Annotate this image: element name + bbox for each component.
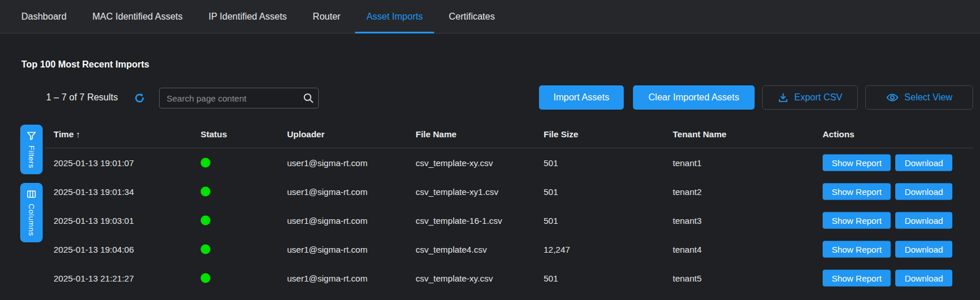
status-success-dot <box>201 187 210 197</box>
import-assets-button[interactable]: Import Assets <box>539 85 624 110</box>
file-size-cell: 501 <box>544 216 558 226</box>
tenant-name-cell: tenant5 <box>673 273 702 283</box>
show-report-button[interactable]: Show Report <box>823 241 891 258</box>
download-button[interactable]: Download <box>895 183 952 200</box>
file-name-cell: csv_template-xy1.csv <box>416 187 498 197</box>
tenant-name-cell: tenant1 <box>673 158 702 168</box>
uploader-cell: user1@sigma-rt.com <box>287 216 367 226</box>
show-report-button[interactable]: Show Report <box>823 270 891 287</box>
table-header-row: Time↑ Status Uploader File Name File Siz… <box>45 121 973 148</box>
show-report-button[interactable]: Show Report <box>823 212 891 229</box>
uploader-cell: user1@sigma-rt.com <box>287 273 367 283</box>
status-success-dot <box>201 158 210 168</box>
columns-tab-label: Columns <box>27 204 36 236</box>
tab-mac-identified-assets[interactable]: MAC Identified Assets <box>81 0 194 33</box>
clear-imported-assets-button[interactable]: Clear Imported Assets <box>633 85 755 110</box>
filters-side-tab[interactable]: Filters <box>20 125 43 174</box>
nav-tabs: Dashboard MAC Identified Assets IP Ident… <box>10 0 509 33</box>
download-button[interactable]: Download <box>895 155 952 171</box>
refresh-icon <box>134 92 145 104</box>
filters-tab-label: Filters <box>27 145 36 168</box>
column-header-actions: Actions <box>823 129 854 139</box>
imports-table: Time↑ Status Uploader File Name File Siz… <box>45 121 973 292</box>
time-cell: 2025-01-13 21:21:27 <box>54 273 134 283</box>
eye-icon <box>886 91 899 104</box>
tab-router[interactable]: Router <box>301 0 352 33</box>
table-row: 2025-01-13 19:01:34 user1@sigma-rt.com c… <box>45 177 973 206</box>
table-row: 2025-01-13 19:04:06 user1@sigma-rt.com c… <box>45 235 973 264</box>
time-cell: 2025-01-13 19:01:07 <box>54 158 134 168</box>
select-view-label: Select View <box>904 92 952 103</box>
sort-ascending-arrow-icon: ↑ <box>76 129 81 139</box>
download-button[interactable]: Download <box>895 241 952 258</box>
table-row: 2025-01-13 19:03:01 user1@sigma-rt.com c… <box>45 206 973 235</box>
status-success-dot <box>201 216 210 226</box>
column-header-file-size[interactable]: File Size <box>544 129 578 139</box>
top-navbar: Dashboard MAC Identified Assets IP Ident… <box>0 0 980 33</box>
file-name-cell: csv_template-16-1.csv <box>416 216 502 226</box>
filter-funnel-icon <box>26 130 37 141</box>
column-header-time[interactable]: Time↑ <box>54 129 80 139</box>
tab-ip-identified-assets[interactable]: IP Identified Assets <box>197 0 299 33</box>
search-box <box>159 88 319 108</box>
time-cell: 2025-01-13 19:03:01 <box>54 216 134 226</box>
time-cell: 2025-01-13 19:04:06 <box>54 245 134 254</box>
export-csv-button[interactable]: Export CSV <box>762 85 858 110</box>
page-title: Top 100 Most Recent Imports <box>21 59 149 70</box>
file-name-cell: csv_template-xy.csv <box>416 158 493 168</box>
time-header-label: Time <box>54 129 74 139</box>
tab-asset-imports[interactable]: Asset Imports <box>355 0 435 33</box>
asset-imports-page: Dashboard MAC Identified Assets IP Ident… <box>0 0 980 300</box>
uploader-cell: user1@sigma-rt.com <box>287 187 367 197</box>
file-size-cell: 501 <box>544 273 558 283</box>
tenant-name-cell: tenant4 <box>673 245 702 254</box>
search-input[interactable] <box>160 93 299 103</box>
select-view-button[interactable]: Select View <box>865 85 973 110</box>
column-header-uploader[interactable]: Uploader <box>287 129 325 139</box>
file-size-cell: 501 <box>544 158 558 168</box>
status-success-dot <box>201 273 210 283</box>
tenant-name-cell: tenant3 <box>673 216 702 226</box>
file-name-cell: csv_template-xy.csv <box>416 273 493 283</box>
uploader-cell: user1@sigma-rt.com <box>287 158 367 168</box>
tab-dashboard[interactable]: Dashboard <box>10 0 78 33</box>
columns-icon <box>26 189 37 200</box>
column-header-file-name[interactable]: File Name <box>416 129 457 139</box>
results-summary: 1 – 7 of 7 Results <box>46 92 118 103</box>
file-name-cell: csv_template4.csv <box>416 245 487 254</box>
download-icon <box>778 92 789 103</box>
export-csv-label: Export CSV <box>794 92 843 103</box>
tab-certificates[interactable]: Certificates <box>437 0 506 33</box>
file-size-cell: 501 <box>544 187 558 197</box>
column-header-status[interactable]: Status <box>201 129 227 139</box>
table-row: 2025-01-13 19:01:07 user1@sigma-rt.com c… <box>45 148 973 177</box>
download-button[interactable]: Download <box>895 270 952 287</box>
column-header-tenant-name[interactable]: Tenant Name <box>673 129 726 139</box>
download-button[interactable]: Download <box>895 212 952 229</box>
file-size-cell: 12,247 <box>544 245 570 254</box>
uploader-cell: user1@sigma-rt.com <box>287 245 367 254</box>
refresh-button[interactable] <box>133 92 146 104</box>
time-cell: 2025-01-13 19:01:34 <box>54 187 134 197</box>
status-success-dot <box>201 245 210 254</box>
search-icon[interactable] <box>299 92 318 104</box>
tenant-name-cell: tenant2 <box>673 187 702 197</box>
table-row: 2025-01-13 21:21:27 user1@sigma-rt.com c… <box>45 264 973 292</box>
show-report-button[interactable]: Show Report <box>823 183 891 200</box>
show-report-button[interactable]: Show Report <box>823 155 891 171</box>
columns-side-tab[interactable]: Columns <box>20 183 43 242</box>
